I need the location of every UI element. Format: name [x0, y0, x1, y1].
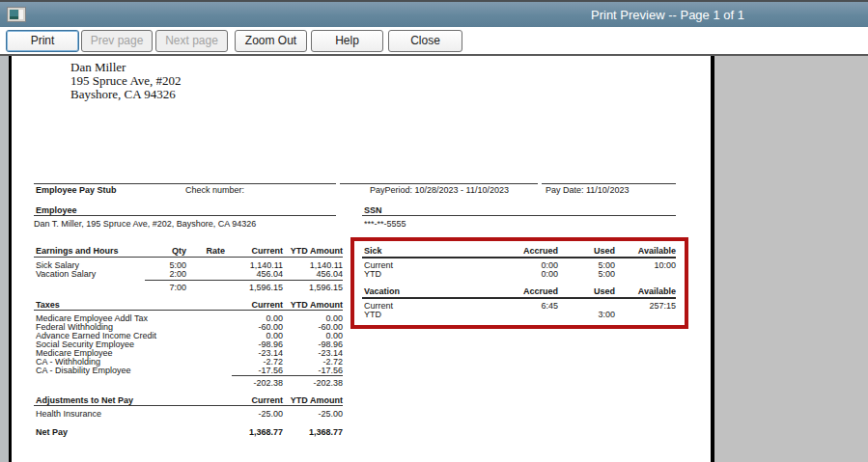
taxes-title: Taxes [36, 300, 60, 310]
address-city: Bayshore, CA 94326 [70, 87, 176, 102]
close-button[interactable]: Close [388, 30, 462, 52]
help-button[interactable]: Help [311, 30, 383, 52]
employee-label: Employee [36, 205, 77, 215]
pay-period: PayPeriod: 10/28/2023 - 11/10/2023 [370, 185, 509, 195]
earnings-total-current: 1,596.15 [225, 283, 283, 292]
earnings-total-qty: 7:00 [128, 283, 186, 292]
check-number-label: Check number: [185, 185, 244, 195]
tax-row-label: CA - Disability Employee [36, 366, 131, 375]
titlebar: Print Preview -- Page 1 of 1 [0, 2, 868, 27]
ssn-label: SSN [364, 205, 382, 215]
net-pay-label: Net Pay [36, 427, 68, 437]
employee-value: Dan T. Miller, 195 Spruce Ave, #202, Bay… [34, 219, 256, 229]
print-button[interactable]: Print [6, 30, 79, 52]
highlight-box [350, 237, 688, 329]
pay-date: Pay Date: 11/10/2023 [546, 185, 629, 195]
adjustment-row-label: Health Insurance [36, 409, 101, 419]
adjustments-title: Adjustments to Net Pay [36, 395, 133, 405]
window-title: Print Preview -- Page 1 of 1 [591, 8, 744, 22]
preview-left-margin [0, 56, 9, 462]
ssn-value: ***-**-5555 [364, 219, 406, 229]
prev-page-button[interactable]: Prev page [81, 30, 153, 52]
print-preview-window: Print Preview -- Page 1 of 1 Print Prev … [0, 0, 868, 462]
earnings-row-label: Vacation Salary [36, 269, 96, 279]
taxes-total-ytd: -202.38 [285, 378, 343, 388]
net-pay-ytd: 1,368.77 [285, 427, 343, 437]
taxes-total-current: -202.38 [225, 378, 283, 388]
col-current: Current [225, 246, 283, 256]
toolbar: Print Prev page Next page Zoom Out Help … [0, 27, 868, 54]
net-pay-current: 1,368.77 [225, 427, 283, 437]
next-page-button[interactable]: Next page [155, 30, 228, 52]
app-window-icon [7, 7, 26, 22]
document-page[interactable]: Dan Miller 195 Spruce Ave, #202 Bayshore… [9, 56, 714, 462]
earnings-title: Earnings and Hours [36, 246, 119, 256]
preview-area: Dan Miller 195 Spruce Ave, #202 Bayshore… [0, 54, 868, 462]
stub-title: Employee Pay Stub [36, 185, 117, 195]
zoom-out-button[interactable]: Zoom Out [235, 30, 307, 52]
col-ytd: YTD Amount [275, 246, 343, 256]
earnings-total-ytd: 1,596.15 [285, 283, 343, 292]
col-rate: Rate [167, 246, 225, 256]
